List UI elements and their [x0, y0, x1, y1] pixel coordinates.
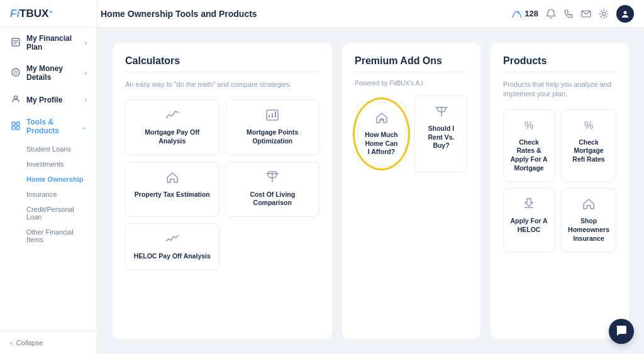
product-shop-homeowners[interactable]: Shop Homeowners Insurance — [561, 188, 616, 252]
svg-rect-8 — [16, 122, 19, 125]
premium-item-wrapper-how-much: How Much Home Can I Afford? — [355, 96, 408, 172]
profile-icon — [10, 94, 21, 105]
nav-label-tools-products: Tools & Products — [26, 118, 77, 135]
products-section: Products Products that help you analyze … — [491, 43, 629, 339]
apply-heloc-label: Apply For A HELOC — [510, 217, 548, 234]
check-refi-icon: % — [582, 119, 596, 135]
premium-grid: How Much Home Can I Afford? Should I Ren… — [355, 96, 468, 172]
bell-icon[interactable] — [546, 9, 556, 19]
sub-nav-insurance[interactable]: Insurance — [0, 187, 97, 202]
svg-rect-9 — [12, 126, 15, 130]
products-grid: % Check Rates & Apply For A Mortgage % C… — [503, 109, 616, 252]
svg-text:%: % — [525, 120, 533, 131]
logo-fi: Fi — [10, 8, 19, 20]
premium-tool-how-much[interactable]: How Much Home Can I Afford? — [357, 102, 406, 166]
products-title: Products — [503, 55, 616, 67]
check-refi-label: Check Mortgage Refi Rates — [568, 138, 609, 164]
chevron-icon: › — [85, 40, 87, 47]
premium-tool-rent-vs-buy[interactable]: Should I Rent Vs. Buy? — [414, 96, 468, 172]
money-details-icon — [10, 68, 21, 79]
sidebar: Fi TBUX ● My Financial Plan › My Money D… — [0, 0, 97, 354]
apply-heloc-icon — [522, 197, 536, 213]
financial-plan-icon — [10, 38, 21, 48]
cost-living-label: Cost Of Living Comparison — [233, 191, 313, 207]
cost-living-icon — [265, 171, 279, 187]
calculators-desc: An easy way to "do the math" and compare… — [125, 80, 319, 89]
chevron-icon: › — [85, 70, 87, 77]
logo-dot: ● — [49, 9, 52, 14]
svg-point-13 — [602, 12, 606, 15]
calculators-grid: Mortgage Pay Off Analysis Mortgage Point… — [125, 99, 319, 270]
rent-vs-buy-icon — [435, 105, 448, 121]
main-content: Calculators An easy way to "do the math"… — [97, 28, 644, 354]
chevron-down-icon: ⌄ — [82, 123, 87, 130]
heloc-payoff-icon — [165, 233, 179, 248]
header-icons: 128 — [512, 5, 634, 23]
svg-point-5 — [14, 70, 18, 74]
mortgage-payoff-label: Mortgage Pay Off Analysis — [132, 128, 213, 145]
tool-cost-living[interactable]: Cost Of Living Comparison — [226, 162, 320, 217]
shop-homeowners-label: Shop Homeowners Insurance — [568, 217, 609, 243]
collapse-arrow-icon: ‹ — [10, 339, 13, 346]
powered-text: Powered by FitBUX's A.I. — [355, 80, 468, 87]
score-value: 128 — [525, 9, 538, 18]
nav-item-money-details[interactable]: My Money Details › — [0, 58, 97, 88]
product-check-refi[interactable]: % Check Mortgage Refi Rates — [561, 109, 616, 182]
nav-label-money-details: My Money Details — [26, 64, 80, 82]
sub-nav-other-financial[interactable]: Other Financial Items — [0, 224, 97, 247]
tools-icon — [10, 121, 21, 132]
mail-icon[interactable] — [581, 9, 591, 19]
products-desc: Products that help you analyze and imple… — [503, 80, 616, 99]
tool-property-tax[interactable]: Property Tax Estimation — [125, 162, 219, 217]
mortgage-points-icon — [265, 109, 279, 124]
calculators-title: Calculators — [125, 55, 319, 67]
products-divider — [503, 72, 616, 72]
divider — [125, 72, 319, 72]
svg-rect-10 — [16, 126, 19, 130]
nav-label-financial-plan: My Financial Plan — [26, 34, 80, 52]
tool-mortgage-payoff[interactable]: Mortgage Pay Off Analysis — [125, 99, 219, 155]
product-check-rates[interactable]: % Check Rates & Apply For A Mortgage — [503, 109, 555, 182]
premium-section: Premium Add Ons Powered by FitBUX's A.I.… — [342, 43, 480, 339]
collapse-label: Collapse — [16, 339, 43, 346]
svg-rect-7 — [12, 122, 15, 125]
fitbux-logo: Fi TBUX ● — [10, 8, 52, 20]
check-rates-icon: % — [522, 119, 536, 135]
chevron-icon: › — [85, 96, 87, 103]
svg-point-4 — [12, 69, 19, 76]
rent-vs-buy-label: Should I Rent Vs. Buy? — [421, 124, 461, 150]
settings-icon[interactable] — [599, 9, 609, 19]
how-much-icon — [375, 111, 389, 127]
collapse-button[interactable]: ‹ Collapse — [0, 331, 97, 354]
nav-item-tools-products[interactable]: Tools & Products ⌄ — [0, 111, 97, 141]
tool-mortgage-points[interactable]: Mortgage Points Optimization — [226, 99, 320, 155]
chat-bubble-button[interactable] — [609, 319, 634, 344]
check-rates-label: Check Rates & Apply For A Mortgage — [510, 138, 548, 173]
heloc-payoff-label: HELOC Pay Off Analysis — [134, 252, 211, 261]
sub-nav-home-ownership[interactable]: Home Ownership — [0, 172, 97, 187]
avatar[interactable] — [616, 5, 634, 23]
sub-nav-credit-personal-loan[interactable]: Credit/Personal Loan — [0, 202, 97, 224]
product-apply-heloc[interactable]: Apply For A HELOC — [503, 188, 555, 252]
nav-item-profile[interactable]: My Profile › — [0, 88, 97, 111]
svg-text:%: % — [584, 120, 593, 131]
sub-nav-student-loans[interactable]: Student Loans — [0, 141, 97, 157]
calculators-section: Calculators An easy way to "do the math"… — [113, 43, 332, 339]
mortgage-points-label: Mortgage Points Optimization — [233, 128, 313, 145]
premium-divider — [355, 72, 468, 72]
tool-heloc-payoff[interactable]: HELOC Pay Off Analysis — [125, 223, 219, 270]
property-tax-icon — [165, 171, 179, 187]
property-tax-label: Property Tax Estimation — [135, 191, 210, 199]
score-badge: 128 — [512, 9, 538, 18]
nav-item-financial-plan[interactable]: My Financial Plan › — [0, 28, 97, 58]
shop-homeowners-icon — [582, 197, 596, 213]
logo-tbux: TBUX — [19, 8, 48, 20]
phone-icon[interactable] — [564, 9, 574, 19]
page-title: Home Ownership Tools and Products — [101, 9, 257, 19]
mortgage-payoff-icon — [165, 109, 179, 124]
nav-label-profile: My Profile — [26, 96, 80, 104]
svg-point-6 — [14, 96, 18, 99]
logo-area: Fi TBUX ● — [0, 0, 97, 28]
how-much-label: How Much Home Can I Afford? — [364, 131, 399, 157]
sub-nav-investments[interactable]: Investments — [0, 157, 97, 172]
